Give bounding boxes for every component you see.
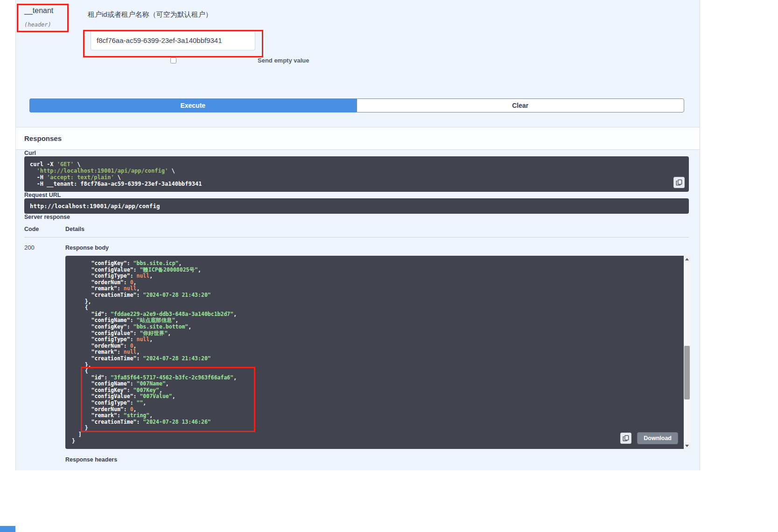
execute-row: Execute Clear (29, 98, 684, 112)
copy-response-button[interactable] (620, 433, 631, 444)
parameters-section: __tenant (header) 租户id或者租户名称（可空为默认租户） Se… (16, 6, 700, 64)
clipboard-icon (623, 435, 629, 441)
details-column-header: Details (65, 226, 689, 232)
request-url-label: Request URL (24, 192, 689, 198)
scrollbar-thumb[interactable] (684, 346, 690, 399)
scroll-down-arrow-icon[interactable] (684, 442, 690, 449)
execute-button[interactable]: Execute (29, 98, 357, 112)
responses-body: Curl curl -X 'GET' \ 'http://localhost:1… (16, 150, 700, 470)
response-body-scrollbar[interactable] (684, 256, 690, 449)
parameter-name: __tenant (24, 6, 88, 15)
parameter-description: 租户id或者租户名称（可空为默认租户） (88, 10, 691, 19)
request-url-value: http://localhost:19001/api/app/config (30, 203, 683, 210)
curl-code-block: curl -X 'GET' \ 'http://localhost:19001/… (24, 156, 689, 192)
request-url-block: http://localhost:19001/api/app/config (24, 198, 689, 214)
response-body-label: Response body (65, 245, 690, 251)
scroll-up-arrow-icon[interactable] (684, 256, 690, 262)
parameter-name-column: __tenant (header) (24, 6, 88, 64)
parameter-location: (header) (24, 21, 88, 28)
curl-label: Curl (24, 150, 689, 156)
server-response-table: Code Details 200 Response body "configKe… (24, 226, 689, 463)
responses-header: Responses (16, 127, 700, 150)
curl-command: curl -X 'GET' \ 'http://localhost:19001/… (30, 161, 683, 187)
clipboard-icon (676, 179, 682, 186)
responses-title: Responses (24, 134, 691, 142)
clear-button[interactable]: Clear (357, 98, 685, 112)
tenant-input[interactable] (91, 30, 255, 50)
send-empty-row: Send empty value (88, 57, 691, 64)
swagger-page: __tenant (header) 租户id或者租户名称（可空为默认租户） Se… (0, 0, 778, 532)
get-opblock: __tenant (header) 租户id或者租户名称（可空为默认租户） Se… (15, 0, 700, 470)
send-empty-checkbox[interactable] (170, 57, 176, 63)
response-headers-label: Response headers (65, 456, 690, 463)
server-response-row: 200 Response body "configKey": "bbs.site… (24, 238, 689, 463)
status-code: 200 (24, 244, 65, 463)
server-response-label: Server response (24, 214, 689, 220)
parameter-description-column: 租户id或者租户名称（可空为默认租户） Send empty value (88, 6, 691, 64)
send-empty-label: Send empty value (258, 57, 309, 64)
next-opblock-partial (0, 526, 15, 532)
copy-curl-button[interactable] (673, 177, 685, 188)
response-body-controls: Download (620, 432, 678, 444)
code-column-header: Code (24, 226, 65, 232)
response-body-code: "configKey": "bbs.site.icp", "configValu… (72, 260, 677, 444)
download-button[interactable]: Download (637, 432, 678, 444)
server-response-table-header: Code Details (24, 226, 689, 238)
response-body-block: "configKey": "bbs.site.icp", "configValu… (65, 256, 684, 449)
response-body-panel: "configKey": "bbs.site.icp", "configValu… (65, 256, 690, 449)
response-details: Response body "configKey": "bbs.site.icp… (65, 244, 690, 463)
